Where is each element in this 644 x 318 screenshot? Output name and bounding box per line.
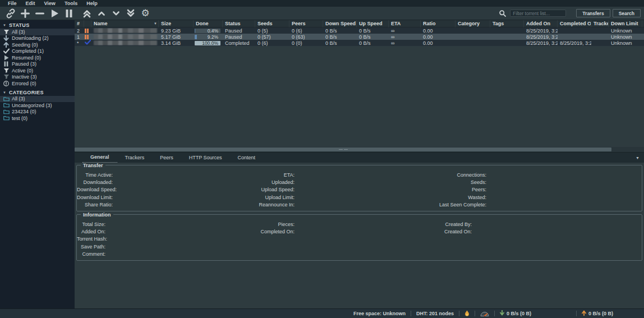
torrent-filter-input[interactable] <box>510 10 566 17</box>
status-section-header[interactable]: ▼ STATUS <box>0 22 75 29</box>
sidebar-status-seeding[interactable]: Seeding (0) <box>0 42 75 48</box>
sidebar-status-resumed[interactable]: Resumed (0) <box>0 54 75 61</box>
field-label: Pieces: <box>105 221 295 228</box>
col-header-up-speed[interactable]: Up Speed <box>357 20 389 27</box>
col-header-name[interactable]: Name ▼ <box>91 20 159 27</box>
horizontal-scrollbar[interactable] <box>75 147 644 152</box>
torrent-table: # Name ▼ Size Done Status Seeds Peers Do… <box>75 20 644 147</box>
resume-icon[interactable] <box>47 7 62 20</box>
progress-bar: 9.2% <box>195 35 220 39</box>
torrent-row-selected[interactable]: 1 5.17 GiB 9.2% Paused 0 (57) 0 (63) 0 B… <box>75 34 644 40</box>
pause-icon[interactable] <box>62 7 76 20</box>
upload-arrow-icon <box>3 42 10 48</box>
field-label: Created By: <box>295 221 472 228</box>
move-up-icon[interactable] <box>94 7 109 20</box>
play-icon <box>3 55 10 61</box>
field-label: Torrent Hash: <box>77 236 105 243</box>
sidebar-status-active[interactable]: Active (0) <box>0 67 75 74</box>
col-header-state[interactable] <box>84 20 91 27</box>
sidebar-status-all[interactable]: All (3) <box>0 29 75 35</box>
move-bottom-icon[interactable] <box>123 7 138 20</box>
search-tab-button[interactable]: Search <box>613 9 641 17</box>
col-header-seeds[interactable]: Seeds <box>255 20 289 27</box>
tab-content[interactable]: Content <box>230 153 264 163</box>
collapse-caret-icon: ▼ <box>2 91 7 94</box>
field-label: Comment: <box>77 251 105 258</box>
col-header-size[interactable]: Size <box>159 20 194 27</box>
completed-state-icon <box>85 40 91 46</box>
qbittorrent-window: File Edit View Tools Help <box>0 0 644 318</box>
sidebar: ▼ STATUS All (3) Downloading (2) Seeding… <box>0 20 75 308</box>
torrent-name-obscured <box>94 28 157 33</box>
menu-view[interactable]: View <box>40 0 60 7</box>
menu-edit[interactable]: Edit <box>21 0 40 7</box>
pause-icon <box>3 61 10 67</box>
col-header-tracker[interactable]: Tracker <box>591 20 609 27</box>
col-header-down-limit[interactable]: Down Limit <box>609 20 642 27</box>
general-tab-panel: Transfer Time Active: ETA: Connections: … <box>75 163 644 308</box>
torrent-row[interactable]: 2 9.23 GiB 0.4% Paused 0 (5) 0 (6) 0 B/s <box>75 27 644 34</box>
col-header-peers[interactable]: Peers <box>289 20 323 27</box>
filter-icon <box>3 29 10 35</box>
field-label: Peers: <box>295 186 486 193</box>
status-bar: Free space: Unknown DHT: 201 nodes 0 B/s… <box>0 308 644 318</box>
add-torrent-icon[interactable] <box>18 7 33 20</box>
categories-section-header[interactable]: ▼ CATEGORIES <box>0 89 75 96</box>
field-label: Seeds: <box>295 179 486 186</box>
transfer-section: Transfer Time Active: ETA: Connections: … <box>76 165 642 211</box>
tab-http-sources[interactable]: HTTP Sources <box>181 153 230 163</box>
tab-trackers[interactable]: Trackers <box>117 153 153 163</box>
progress-bar: 0.4% <box>195 29 220 33</box>
menu-bar: File Edit View Tools Help <box>0 0 644 7</box>
sidebar-category-all[interactable]: All (3) <box>0 96 75 103</box>
collapse-caret-icon: ▼ <box>2 24 7 27</box>
field-label: Download Speed: <box>77 186 113 193</box>
menu-tools[interactable]: Tools <box>60 0 82 7</box>
move-top-icon[interactable] <box>80 7 94 20</box>
col-header-tags[interactable]: Tags <box>490 20 524 27</box>
add-link-icon[interactable] <box>3 7 18 20</box>
tab-peers[interactable]: Peers <box>152 153 181 163</box>
col-header-added-on[interactable]: Added On <box>524 20 558 27</box>
col-header-completed-on[interactable]: Completed On <box>558 20 591 27</box>
table-header-row: # Name ▼ Size Done Status Seeds Peers Do… <box>75 20 644 27</box>
transfers-tab-button[interactable]: Transfers <box>576 9 610 17</box>
panel-collapse-icon[interactable]: ▼ <box>636 156 644 160</box>
upload-speed-indicator[interactable]: 0 B/s (0 B) <box>582 310 613 317</box>
col-header-status[interactable]: Status <box>223 20 255 27</box>
col-header-eta[interactable]: ETA <box>389 20 421 27</box>
sidebar-category-test[interactable]: test (0) <box>0 115 75 122</box>
filter-area <box>499 10 566 17</box>
sidebar-status-inactive[interactable]: Inactive (3) <box>0 74 75 81</box>
tab-general[interactable]: General <box>82 153 117 163</box>
download-speed-icon <box>500 310 504 317</box>
options-gear-icon[interactable]: ⚙ <box>138 7 153 20</box>
field-label: Completed On: <box>105 228 295 236</box>
field-label: Upload Speed: <box>113 186 295 193</box>
search-icon <box>499 10 507 17</box>
free-space-label: Free space: Unknown <box>353 311 406 316</box>
sidebar-category-uncategorized[interactable]: Uncategorized (3) <box>0 102 75 109</box>
download-speed-indicator[interactable]: 0 B/s (0 B) <box>500 310 531 317</box>
col-header-num[interactable]: # <box>75 20 84 27</box>
scrollbar-thumb[interactable] <box>75 148 611 151</box>
col-header-ratio[interactable]: Ratio <box>421 20 456 27</box>
sidebar-status-completed[interactable]: Completed (1) <box>0 48 75 55</box>
remove-icon[interactable] <box>33 7 47 20</box>
sidebar-status-paused[interactable]: Paused (3) <box>0 61 75 68</box>
menu-file[interactable]: File <box>3 0 21 7</box>
sidebar-status-errored[interactable]: Errored (0) <box>0 80 75 87</box>
move-down-icon[interactable] <box>109 7 123 20</box>
filter-dim-icon <box>3 74 10 80</box>
alt-speed-gauge-icon[interactable] <box>480 311 489 316</box>
sidebar-category-234234[interactable]: 234234 (0) <box>0 109 75 116</box>
col-header-done[interactable]: Done <box>194 20 223 27</box>
col-header-down-speed[interactable]: Down Speed <box>323 20 357 27</box>
sidebar-status-downloading[interactable]: Downloading (2) <box>0 35 75 42</box>
connection-status-icon[interactable] <box>464 310 470 317</box>
col-header-category[interactable]: Category <box>456 20 490 27</box>
folder-icon <box>3 116 10 121</box>
menu-help[interactable]: Help <box>82 0 102 7</box>
torrent-row[interactable]: * 3.14 GiB 100.0% Completed 0 (6) 0 ( <box>75 40 644 46</box>
paused-state-icon <box>85 35 91 39</box>
